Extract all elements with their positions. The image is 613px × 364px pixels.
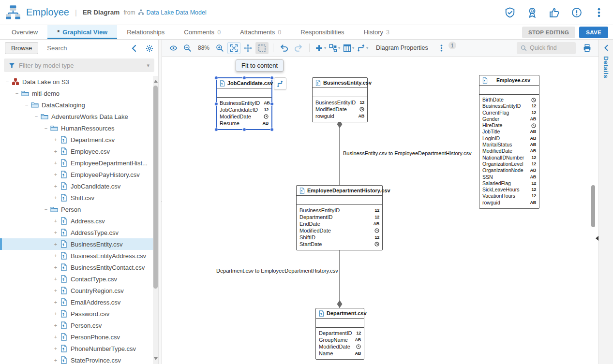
expand-expander-icon[interactable]: +: [52, 253, 59, 259]
expand-expander-icon[interactable]: +: [52, 137, 59, 143]
tree-item-person-csv[interactable]: +Person.csv: [0, 320, 158, 331]
relationship-label[interactable]: BusinessEntity.csv to EmployeeDepartment…: [343, 150, 472, 156]
selection-handle[interactable]: [270, 102, 274, 106]
connector-style-button[interactable]: ▾: [356, 42, 369, 54]
selection-handle[interactable]: [242, 128, 246, 131]
tab-comments[interactable]: Comments0: [174, 25, 230, 39]
kebab-button[interactable]: [435, 42, 448, 54]
tree-item-datacataloging[interactable]: −DataCataloging: [0, 99, 158, 111]
details-panel-label[interactable]: Details: [602, 56, 610, 78]
tree-item-humanressources[interactable]: −HumanRessources: [0, 122, 158, 134]
scroll-down-icon[interactable]: [154, 357, 158, 362]
scroll-up-icon[interactable]: [154, 78, 158, 83]
undo-button[interactable]: [278, 42, 291, 54]
tree-item-employee-csv[interactable]: +Employee.csv: [0, 146, 158, 157]
tree-scrollbar[interactable]: [153, 76, 158, 364]
expand-expander-icon[interactable]: +: [52, 264, 59, 270]
expand-expander-icon[interactable]: +: [52, 288, 59, 293]
tree-item-department-csv[interactable]: +Department.csv: [0, 134, 158, 146]
create-connector-button[interactable]: [274, 77, 286, 90]
entity-employee-csv[interactable]: Employee.csvBirthDateBusinessEntityID12C…: [479, 75, 539, 209]
entity-department-csv[interactable]: Department.csvDepartmentID12GroupNameABM…: [315, 308, 364, 360]
tree-item-countryregion-csv[interactable]: +CountryRegion.csv: [0, 285, 158, 296]
expand-expander-icon[interactable]: +: [52, 172, 59, 177]
expand-details-icon[interactable]: [603, 44, 610, 51]
tree-item-stateprovince-csv[interactable]: +StateProvince.csv: [0, 354, 158, 364]
entity-businessentity-csv[interactable]: BusinessEntity.csvBusinessEntityID12Modi…: [312, 77, 368, 122]
details-collapse-handle[interactable]: [593, 236, 598, 241]
auto-layout-button[interactable]: ▾: [328, 42, 341, 54]
selection-handle[interactable]: [214, 128, 218, 131]
tree-item-miti-demo[interactable]: −miti-demo: [0, 87, 158, 99]
tree-item-employeedepartmenthist-[interactable]: +EmployeeDepartmentHist...: [0, 157, 158, 169]
tree-item-businessentity-csv[interactable]: +BusinessEntity.csv: [0, 238, 158, 250]
entity-employeedepartmenthistory-csv[interactable]: EmployeeDepartmentHistory.csvBusinessEnt…: [296, 185, 383, 250]
collapse-expander-icon[interactable]: −: [33, 114, 40, 119]
eye-button[interactable]: [167, 42, 180, 54]
search-tab-button[interactable]: Search: [47, 44, 67, 52]
save-button[interactable]: SAVE: [579, 27, 608, 38]
diagram-canvas[interactable]: Fit to content BusinessEntity.csv to Emp…: [162, 57, 598, 364]
tree-scrollbar-thumb[interactable]: [153, 86, 158, 289]
move-button[interactable]: [241, 42, 254, 54]
expand-expander-icon[interactable]: +: [52, 183, 59, 189]
table-view-button[interactable]: ▾: [342, 42, 355, 54]
add-button[interactable]: ▾: [314, 42, 327, 54]
tab-history[interactable]: History3: [354, 25, 399, 39]
selection-handle[interactable]: [214, 76, 218, 80]
model-type-filter[interactable]: Filter by model type ▾: [4, 58, 154, 72]
tree-item-data-lake-on-s3[interactable]: −Data Lake on S3: [0, 76, 158, 87]
tree-item-shift-csv[interactable]: +Shift.csv: [0, 192, 158, 204]
expand-expander-icon[interactable]: +: [52, 195, 59, 201]
selection-handle[interactable]: [270, 128, 274, 131]
tab-attachments[interactable]: Attachments0: [230, 25, 291, 39]
shield-check-icon[interactable]: [505, 7, 515, 18]
zoom-out-button[interactable]: [181, 42, 194, 54]
selection-handle[interactable]: [214, 102, 218, 106]
fit-to-content-button[interactable]: [227, 42, 240, 54]
thumbs-up-icon[interactable]: [549, 7, 560, 18]
redo-button[interactable]: [292, 42, 305, 54]
relationship-label[interactable]: Department.csv to EmployeeDepartmentHist…: [216, 268, 338, 274]
print-button[interactable]: [581, 42, 594, 54]
expand-expander-icon[interactable]: +: [52, 276, 59, 282]
panel-divider[interactable]: [158, 40, 162, 364]
diagram-properties-button[interactable]: Diagram Properties: [376, 44, 428, 51]
collapse-expander-icon[interactable]: −: [43, 125, 49, 131]
expand-expander-icon[interactable]: +: [52, 322, 59, 328]
expand-expander-icon[interactable]: +: [52, 357, 59, 363]
tree-item-contacttype-csv[interactable]: +ContactType.csv: [0, 273, 158, 285]
gear-icon[interactable]: [146, 44, 153, 52]
expand-expander-icon[interactable]: +: [52, 230, 59, 235]
tree-item-addresstype-csv[interactable]: +AddressType.csv: [0, 227, 158, 238]
tree-item-businessentitycontact-csv[interactable]: +BusinessEntityContact.csv: [0, 262, 158, 273]
tree-item-phonenumbertype-csv[interactable]: +PhoneNumberType.csv: [0, 343, 158, 354]
tab-graphical-view[interactable]: *Graphical View: [47, 25, 117, 39]
collapse-expander-icon[interactable]: −: [14, 90, 20, 96]
relationship-line[interactable]: [339, 120, 340, 185]
quick-find-input[interactable]: Quick find: [517, 42, 576, 54]
expand-expander-icon[interactable]: +: [52, 148, 59, 154]
collapse-expander-icon[interactable]: −: [43, 206, 49, 212]
tree-item-employeepayhistory-csv[interactable]: +EmployeePayHistory.csv: [0, 169, 158, 180]
tree-item-businessentityaddress-csv[interactable]: +BusinessEntityAddress.csv: [0, 250, 158, 262]
tree-item-address-csv[interactable]: +Address.csv: [0, 215, 158, 227]
browse-tab-button[interactable]: Browse: [5, 42, 38, 54]
entity-header[interactable]: JobCandidate.csv: [217, 78, 271, 88]
model-link[interactable]: Data Lake Data Model: [138, 9, 206, 16]
relationship-line[interactable]: [339, 246, 340, 308]
stop-editing-button[interactable]: STOP EDITING: [522, 27, 575, 38]
selection-handle[interactable]: [242, 76, 246, 80]
entity-header[interactable]: BusinessEntity.csv: [313, 78, 367, 88]
tab-overview[interactable]: Overview: [2, 25, 47, 39]
expand-expander-icon[interactable]: +: [52, 299, 59, 305]
tab-responsibilities[interactable]: Responsibilities: [291, 25, 354, 39]
tree-item-jobcandidate-csv[interactable]: +JobCandidate.csv: [0, 180, 158, 192]
collapse-expander-icon[interactable]: −: [23, 102, 30, 108]
kebab-icon[interactable]: [594, 7, 604, 18]
selection-handle[interactable]: [270, 76, 274, 80]
collapse-expander-icon[interactable]: −: [4, 79, 11, 85]
expand-expander-icon[interactable]: +: [52, 346, 59, 351]
expand-expander-icon[interactable]: +: [52, 218, 59, 224]
tree-item-personphone-csv[interactable]: +PersonPhone.csv: [0, 331, 158, 343]
